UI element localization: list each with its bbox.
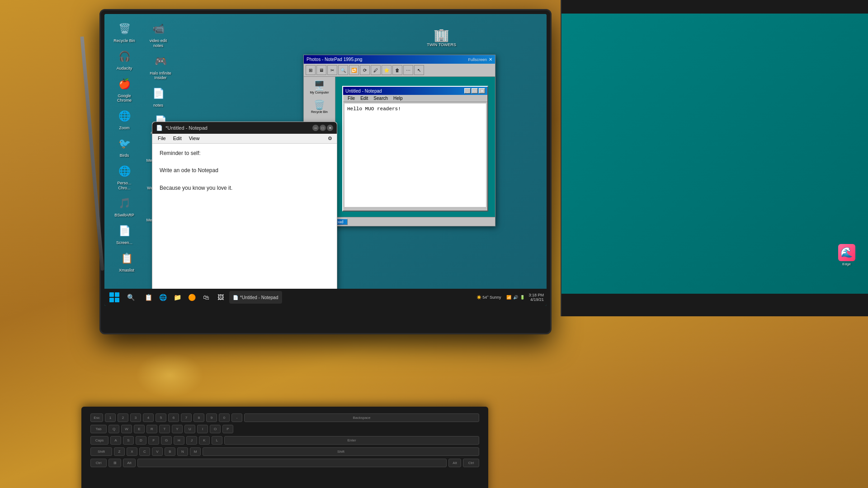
file-menu[interactable]: File	[154, 135, 170, 142]
key-4[interactable]: 4	[143, 413, 154, 422]
key-space[interactable]	[137, 459, 447, 467]
corner-edge-icon[interactable]: 🌊 Edge	[834, 244, 859, 267]
taskbar-chrome-icon[interactable]: 🟠	[185, 291, 198, 304]
key-e[interactable]: E	[134, 425, 145, 433]
key-tab[interactable]: Tab	[90, 425, 107, 433]
key-m[interactable]: M	[190, 447, 201, 456]
key-j[interactable]: J	[186, 436, 197, 445]
sidebar-recycle-icon[interactable]: 🗑️ Recycle Bin	[306, 98, 333, 115]
key-u[interactable]: U	[184, 425, 195, 433]
key-3[interactable]: 3	[130, 413, 141, 422]
desktop-icon-birds[interactable]: 🐦 Birds	[109, 133, 140, 160]
notepad95-content[interactable]: Hello MUO readers!	[344, 103, 486, 207]
key-9[interactable]: 9	[206, 413, 217, 422]
toolbar-btn-cursor[interactable]: ↖	[414, 65, 424, 75]
taskbar-photos-icon[interactable]: 🖼	[214, 291, 227, 304]
notepad-content-area[interactable]: Reminder to self: Write an ode to Notepa…	[152, 144, 337, 292]
key-8[interactable]: 8	[193, 413, 204, 422]
taskbar-store-icon[interactable]: 🛍	[199, 291, 213, 304]
desktop-icon-zoom[interactable]: 📹 video edit notes	[143, 19, 174, 50]
notepad95-file-menu[interactable]: File	[345, 96, 358, 101]
key-7[interactable]: 7	[181, 413, 192, 422]
key-d[interactable]: D	[136, 436, 146, 445]
key-enter[interactable]: Enter	[224, 436, 479, 445]
key-ctrl-l[interactable]: Ctrl	[90, 459, 107, 467]
key-o[interactable]: O	[210, 425, 221, 433]
key-w[interactable]: W	[121, 425, 132, 433]
taskbar-search[interactable]: 🔍	[123, 291, 138, 304]
toolbar-btn-8[interactable]: ⭐	[382, 65, 392, 75]
key-esc[interactable]: Esc	[90, 413, 103, 422]
key-h[interactable]: H	[174, 436, 184, 445]
key-c[interactable]: C	[139, 447, 150, 456]
key-y[interactable]: Y	[172, 425, 183, 433]
key-r[interactable]: R	[146, 425, 157, 433]
notepad95-edit-menu[interactable]: Edit	[358, 96, 371, 101]
key-v[interactable]: V	[152, 447, 163, 456]
desktop-icon-audacity[interactable]: 🎧 Audacity	[109, 46, 140, 73]
desktop-icon-personal-chrome[interactable]: 🌐 Perso... Chro...	[109, 161, 140, 192]
key-shift-l[interactable]: Shift	[90, 447, 112, 456]
key-p[interactable]: P	[222, 425, 233, 433]
key-minus[interactable]: -	[231, 413, 242, 422]
toolbar-btn-9[interactable]: 🗑	[392, 65, 402, 75]
key-k[interactable]: K	[199, 436, 210, 445]
key-i[interactable]: I	[197, 425, 208, 433]
key-ctrl-r[interactable]: Ctrl	[463, 459, 479, 467]
key-backspace[interactable]: Backspace	[244, 413, 479, 422]
key-6[interactable]: 6	[168, 413, 179, 422]
key-t[interactable]: T	[159, 425, 170, 433]
desktop-icon-halo[interactable]: 🎮 Halo Infinite Insider	[145, 51, 176, 83]
taskbar-folder-icon[interactable]: 📁	[170, 291, 184, 304]
desktop-icon-twin-towers[interactable]: 🏢 TWIN TOWERS	[427, 28, 456, 47]
key-shift-r[interactable]: Shift	[203, 447, 479, 456]
key-z[interactable]: Z	[114, 447, 125, 456]
key-5[interactable]: 5	[156, 413, 166, 422]
desktop-icon-video-edit[interactable]: 📄 notes	[143, 83, 174, 110]
taskbar-task-notepad1[interactable]: 📄 *Untitled - Notepad	[229, 291, 282, 304]
key-1[interactable]: 1	[105, 413, 116, 422]
toolbar-btn-7[interactable]: 🖊	[371, 65, 381, 75]
toolbar-btn-2[interactable]: 🖥	[316, 65, 326, 75]
key-win[interactable]: ⊞	[108, 459, 121, 467]
view-menu[interactable]: View	[185, 135, 203, 142]
toolbar-btn-1[interactable]: ⊞	[306, 65, 316, 75]
notepad95-help-menu[interactable]: Help	[391, 96, 406, 101]
key-b[interactable]: B	[165, 447, 175, 456]
minimize-button[interactable]: ─	[312, 125, 319, 131]
key-2[interactable]: 2	[118, 413, 128, 422]
desktop-icon-recycle-bin[interactable]: 🗑️ Recycle Bin	[109, 19, 140, 45]
toolbar-btn-4[interactable]: 🔍	[338, 65, 348, 75]
key-x[interactable]: X	[127, 447, 137, 456]
desktop-icon-google-chrome[interactable]: 🌐 Zoom	[109, 106, 140, 132]
photos-close-icon[interactable]: ✕	[489, 57, 492, 62]
tray-network-icon[interactable]: 📶	[506, 295, 511, 300]
desktop-icon-caption[interactable]: 📄 Screen...	[109, 221, 140, 247]
sidebar-computer-icon[interactable]: 🖥️ My Computer	[306, 79, 333, 95]
key-l[interactable]: L	[212, 436, 222, 445]
start-button[interactable]	[107, 291, 122, 304]
key-a[interactable]: A	[110, 436, 121, 445]
key-caps[interactable]: Caps	[90, 436, 108, 445]
key-q[interactable]: Q	[108, 425, 119, 433]
key-n[interactable]: N	[177, 447, 188, 456]
toolbar-btn-5[interactable]: 🔁	[349, 65, 359, 75]
desktop-icon-apple[interactable]: 🍎 Google Chrome	[109, 74, 140, 105]
settings-icon[interactable]: ⚙	[325, 135, 335, 142]
tray-volume-icon[interactable]: 🔊	[513, 295, 518, 300]
key-alt-r[interactable]: Alt	[448, 459, 461, 467]
key-alt-l[interactable]: Alt	[123, 459, 136, 467]
notepad95-close[interactable]: ✕	[479, 88, 485, 94]
toolbar-btn-10[interactable]: ⋯	[403, 65, 413, 75]
tray-battery-icon[interactable]: 🔋	[520, 295, 525, 300]
edit-menu[interactable]: Edit	[170, 135, 185, 142]
maximize-button[interactable]: □	[320, 125, 326, 131]
desktop-icon-xmaslist[interactable]: 📋 Xmaslist	[111, 248, 142, 275]
key-f[interactable]: F	[148, 436, 159, 445]
taskbar-clipboard-icon[interactable]: 📋	[142, 291, 155, 304]
notepad95-minimize[interactable]: _	[464, 88, 471, 94]
desktop-icon-bswilt[interactable]: 🎵 BSwiltARP	[109, 193, 140, 220]
taskbar-edge-icon[interactable]: 🌐	[156, 291, 170, 304]
close-button[interactable]: ✕	[327, 125, 333, 131]
key-s[interactable]: S	[123, 436, 134, 445]
